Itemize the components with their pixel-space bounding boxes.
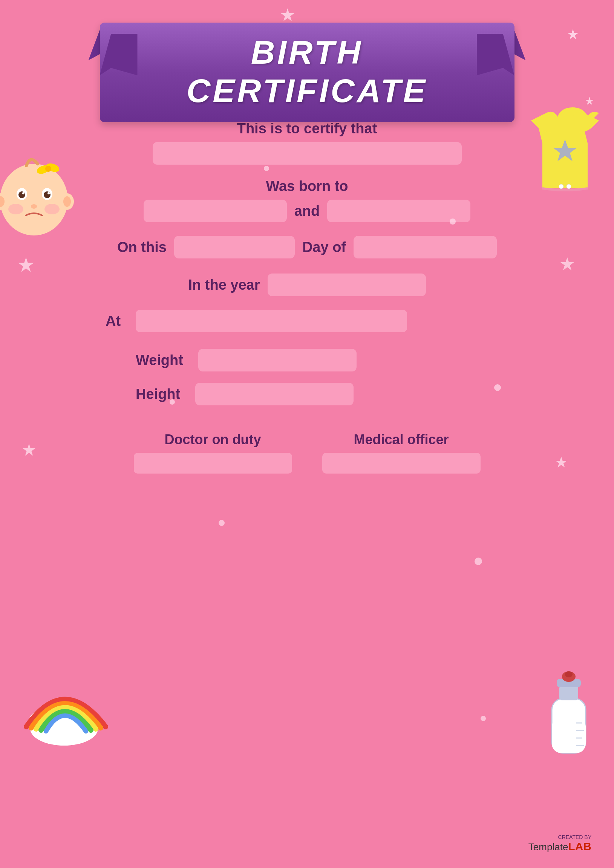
at-row: At bbox=[75, 310, 539, 332]
parents-row: and bbox=[75, 200, 539, 222]
day-of-label: Day of bbox=[302, 239, 346, 256]
svg-point-10 bbox=[22, 192, 25, 194]
date-row: On this Day of bbox=[75, 236, 539, 259]
dot-7 bbox=[474, 558, 482, 565]
star-right-large bbox=[558, 256, 576, 274]
dot-6 bbox=[219, 520, 225, 526]
born-to-field-group: Was born to and bbox=[75, 178, 539, 222]
svg-point-0 bbox=[0, 164, 68, 236]
template-text: Template bbox=[529, 841, 568, 852]
banner-title: BIRTH CERTIFICATE bbox=[130, 33, 484, 110]
and-text: and bbox=[294, 203, 320, 219]
dot-4 bbox=[169, 399, 175, 405]
created-by-text: CREATED BY bbox=[529, 834, 591, 840]
year-input[interactable] bbox=[267, 273, 426, 296]
form-content: This is to certify that Was born to and … bbox=[75, 121, 539, 800]
certify-field-group: This is to certify that bbox=[75, 121, 539, 164]
parent2-input[interactable] bbox=[327, 200, 470, 222]
weight-row: Weight bbox=[75, 349, 539, 372]
weight-label: Weight bbox=[136, 352, 183, 369]
svg-point-12 bbox=[44, 191, 51, 198]
baby-face-illustration bbox=[0, 151, 75, 241]
svg-point-14 bbox=[31, 204, 37, 209]
svg-point-27 bbox=[565, 671, 572, 677]
in-the-year-label: In the year bbox=[188, 277, 260, 293]
dot-3 bbox=[450, 219, 456, 225]
svg-rect-24 bbox=[560, 685, 578, 701]
parent1-input[interactable] bbox=[144, 200, 287, 222]
medical-label: Medical officer bbox=[354, 432, 449, 448]
year-row: In the year bbox=[75, 273, 539, 296]
certify-label: This is to certify that bbox=[237, 121, 377, 137]
baby-bottle-illustration bbox=[539, 665, 599, 763]
svg-point-7 bbox=[63, 196, 71, 207]
month-input[interactable] bbox=[354, 236, 497, 259]
dot-2 bbox=[264, 166, 269, 171]
onesie-illustration bbox=[527, 105, 603, 196]
star-right-bottom bbox=[554, 456, 569, 471]
on-this-label: On this bbox=[117, 239, 166, 256]
star-left-bottom bbox=[21, 443, 37, 459]
doctor-signature[interactable] bbox=[134, 453, 292, 474]
star-top-right bbox=[566, 28, 580, 43]
svg-point-9 bbox=[19, 191, 25, 198]
star-left-large bbox=[16, 256, 36, 276]
medical-group: Medical officer bbox=[322, 432, 480, 474]
doctor-group: Doctor on duty bbox=[134, 432, 292, 474]
at-label: At bbox=[106, 313, 121, 329]
signature-row: Doctor on duty Medical officer bbox=[75, 432, 539, 474]
templatelab-logo: CREATED BY TemplateLAB bbox=[529, 834, 591, 853]
dot-5 bbox=[494, 384, 501, 391]
svg-point-15 bbox=[8, 204, 23, 214]
location-input[interactable] bbox=[136, 310, 407, 332]
certify-input[interactable] bbox=[153, 142, 462, 164]
svg-point-3 bbox=[45, 166, 51, 172]
banner: BIRTH CERTIFICATE bbox=[100, 23, 515, 122]
medical-signature[interactable] bbox=[322, 453, 480, 474]
weight-input[interactable] bbox=[198, 349, 357, 372]
svg-point-18 bbox=[566, 184, 571, 189]
banner-container: BIRTH CERTIFICATE bbox=[100, 23, 515, 122]
lab-text: LAB bbox=[568, 840, 591, 852]
svg-point-13 bbox=[48, 192, 50, 194]
birth-certificate-page: BIRTH CERTIFICATE bbox=[0, 0, 614, 868]
height-row: Height bbox=[75, 383, 539, 405]
svg-point-17 bbox=[559, 184, 563, 189]
day-input[interactable] bbox=[174, 236, 295, 259]
born-to-label: Was born to bbox=[266, 178, 348, 194]
dot-8 bbox=[480, 716, 486, 721]
svg-point-16 bbox=[45, 204, 59, 214]
height-input[interactable] bbox=[195, 383, 354, 405]
rainbow-cloud-illustration bbox=[11, 665, 117, 747]
doctor-label: Doctor on duty bbox=[165, 432, 261, 448]
